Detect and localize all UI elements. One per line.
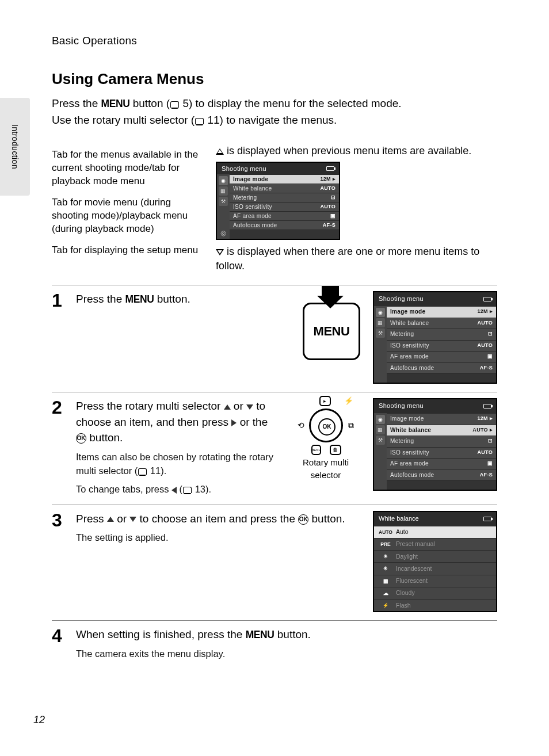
t: to choose an item and press the: [136, 513, 298, 525]
page: Basic Operations Introduction Using Came…: [0, 0, 549, 756]
intro-1a: Press the: [52, 97, 101, 109]
menu-item-label: ISO sensitivity: [233, 204, 272, 210]
tab-setup-icon: ⚒: [219, 197, 228, 206]
menu-tabs-column: ◉ ▦ ⚒ ◎: [217, 174, 230, 239]
menu-item-label: Autofocus mode: [390, 364, 434, 373]
annotation-tab-setup: Tab for displaying the setup menu: [52, 244, 199, 257]
wb-icon: ☀: [379, 553, 392, 560]
step-2-main: Press the rotary multi selector or to ch…: [76, 398, 279, 446]
tri-up-text: is displayed when previous menu items ar…: [224, 145, 471, 156]
tab-camera-icon: ◉: [376, 415, 385, 424]
menu-item: Image mode12M ▸: [387, 413, 496, 425]
wb-icon: ⚡: [379, 602, 392, 609]
menu-item-badge: ▣: [330, 213, 336, 219]
rotary-wheel-icon: ▸ ⚡ ⟲ ⧉ MENU 🗑: [299, 398, 353, 453]
t: or: [114, 513, 129, 525]
t: Press: [76, 513, 107, 525]
menu-item: White balanceAUTO: [387, 318, 496, 329]
white-balance-screen: White balance AUTOAuto PREPreset manual …: [373, 511, 497, 612]
menu-item: Image mode12M ▸: [387, 306, 496, 318]
annotation-tab-shooting: Tab for the menus available in the curre…: [52, 148, 199, 188]
menu-item: Autofocus modeAF-S: [387, 469, 496, 481]
menu-item: AF area mode▣: [387, 351, 496, 362]
menu-item-label: Autofocus mode: [390, 471, 434, 480]
wb-item: ☁Cloudy: [374, 587, 496, 599]
menu-item: AF area mode▣: [387, 458, 496, 469]
wb-label: Incandescent: [396, 564, 432, 573]
step-4-sub: The camera exits the menu display.: [76, 647, 497, 661]
tab-movie-icon: ▦: [219, 186, 228, 196]
rotary-flash-icon: ⚡: [343, 396, 354, 406]
battery-icon: [326, 166, 334, 171]
tab-camera-icon: ◉: [376, 308, 385, 317]
menu-screen-title: Shooting menu: [379, 295, 424, 304]
menu-word-icon: MENU: [125, 293, 154, 305]
tri-down-text: is displayed when there are one or more …: [216, 246, 479, 272]
menu-item: ISO sensitivityAUTO: [230, 202, 339, 211]
rotary-exposure-icon: ⧉: [345, 420, 357, 430]
rotary-caption: Rotary multi selector: [291, 456, 360, 482]
page-title: Using Camera Menus: [52, 70, 497, 88]
wb-label: Fluorescent: [396, 576, 428, 585]
step-2: 2 Press the rotary multi selector or to …: [52, 398, 497, 496]
menu-item-badge: 12M ▸: [477, 308, 493, 316]
menu-item-label: Image mode: [390, 415, 424, 423]
separator: [52, 505, 497, 505]
step-2-sub2: To change tabs, press ( 13).: [76, 483, 279, 497]
book-ref-icon: [138, 468, 147, 475]
menu-item-label: ISO sensitivity: [390, 342, 429, 350]
menu-item-label: Metering: [390, 330, 414, 339]
menu-item: ISO sensitivityAUTO: [387, 447, 496, 459]
menu-item-badge: ▣: [487, 353, 493, 361]
wb-label: Flash: [396, 601, 411, 610]
triangle-down-note: is displayed when there are one or more …: [216, 245, 497, 273]
menu-item-label: White balance: [233, 185, 272, 192]
menu-screen-illustration-step1: Shooting menu ◉ ▦ ⚒ Image mode12M ▸ Whit…: [373, 291, 497, 384]
menu-item-label: AF area mode: [233, 213, 272, 219]
menu-item-badge: AUTO ▸: [472, 426, 493, 435]
t: Items can also be chosen by rotating the…: [76, 452, 273, 476]
menu-item-label: Image mode: [390, 308, 425, 316]
wb-item: ▦Fluorescent: [374, 575, 496, 587]
step-1: 1 Press the MENU button. MENU Shooting m…: [52, 291, 497, 384]
menu-button-illustration: MENU: [303, 303, 360, 360]
wb-icon: AUTO: [379, 529, 392, 536]
step-number: 1: [52, 291, 69, 384]
tab-movie-icon: ▦: [376, 425, 385, 434]
intro-text: Press the MENU button ( 5) to display th…: [52, 95, 497, 129]
step-3-main: Press or to choose an item and press the…: [76, 511, 360, 527]
rotary-menu-icon: MENU: [311, 445, 321, 455]
menu-item-badge: AF-S: [323, 222, 336, 228]
battery-icon: [483, 297, 491, 301]
triangle-down-icon: [246, 404, 253, 410]
step-4-main: When setting is finished, press the MENU…: [76, 627, 497, 643]
menu-item-label: Autofocus mode: [233, 222, 277, 228]
separator: [52, 620, 497, 621]
side-tab-label: Introduction: [10, 124, 20, 169]
menu-help-icon: ◎: [220, 229, 226, 237]
annotation-block: Tab for the menus available in the curre…: [52, 143, 497, 277]
menu-screen-title: Shooting menu: [222, 165, 266, 172]
rotary-delete-icon: 🗑: [330, 445, 341, 455]
step-number: 2: [52, 398, 69, 496]
t: button.: [308, 513, 345, 525]
menu-item-label: White balance: [390, 319, 429, 328]
step1-b: button.: [154, 293, 190, 305]
menu-item: Autofocus modeAF-S: [387, 362, 496, 374]
menu-item-badge: AUTO: [477, 342, 493, 350]
book-ref-icon: [195, 118, 204, 124]
menu-item-label: AF area mode: [390, 353, 429, 361]
step-3-sub: The setting is applied.: [76, 531, 360, 545]
menu-item-badge: AUTO: [320, 204, 336, 210]
menu-screen-title: Shooting menu: [379, 402, 424, 411]
menu-item-label: White balance: [390, 426, 431, 435]
wb-item: ☀Daylight: [374, 550, 496, 562]
menu-item-label: AF area mode: [390, 460, 429, 468]
wb-label: Preset manual: [396, 540, 435, 548]
t: or: [231, 400, 246, 412]
menu-item: ISO sensitivityAUTO: [387, 340, 496, 352]
menu-item-badge: ⊡: [488, 437, 493, 446]
t: 13).: [192, 484, 211, 494]
page-number: 12: [33, 714, 45, 726]
rotary-selector-illustration: ▸ ⚡ ⟲ ⧉ MENU 🗑 Rotary multi selector: [291, 398, 360, 482]
